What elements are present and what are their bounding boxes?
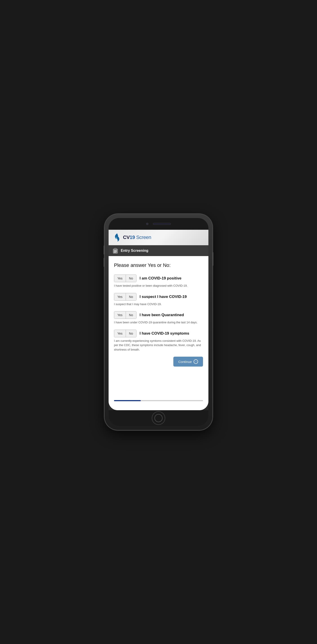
app-screen: CV19 Screen Entry Screening Please answe… bbox=[109, 230, 208, 410]
continue-label: Continue bbox=[178, 360, 192, 364]
question-block-2: Yes No I suspect I have COVID-19 I suspe… bbox=[114, 293, 203, 306]
phone-screen: CV19 Screen Entry Screening Please answe… bbox=[109, 218, 208, 426]
earpiece-speaker bbox=[153, 223, 171, 225]
volume-up-button bbox=[104, 246, 104, 254]
entry-screening-icon bbox=[112, 248, 118, 254]
progress-bar-container bbox=[114, 400, 203, 401]
question-row-4: Yes No I have COVID-19 symptoms bbox=[114, 330, 203, 337]
question-row-2: Yes No I suspect I have COVID-19 bbox=[114, 293, 203, 300]
question-description-2: I suspect that I may have COVID-19. bbox=[114, 302, 203, 306]
progress-area bbox=[114, 396, 203, 405]
volume-down-button bbox=[104, 258, 104, 267]
home-button[interactable] bbox=[152, 411, 165, 425]
question-description-4: I am currently experiencing symtoms cons… bbox=[114, 339, 203, 352]
yes-no-group-1[interactable]: Yes No bbox=[114, 274, 136, 282]
question-description-1: I have tested positive or been diagnosed… bbox=[114, 284, 203, 288]
question-block-1: Yes No I am COVID-19 positive I have tes… bbox=[114, 274, 203, 288]
question-block-4: Yes No I have COVID-19 symptoms I am cur… bbox=[114, 330, 203, 352]
home-button-inner bbox=[154, 414, 163, 422]
question-label-2: I suspect I have COVID-19 bbox=[140, 294, 187, 299]
page-heading: Please answer Yes or No: bbox=[114, 262, 203, 268]
nav-bar: Entry Screening bbox=[109, 245, 208, 256]
yes-no-group-2[interactable]: Yes No bbox=[114, 293, 136, 300]
power-button bbox=[212, 252, 213, 266]
no-button-4[interactable]: No bbox=[126, 330, 136, 337]
question-description-3: I have been under COVID-19 quarantine du… bbox=[114, 320, 203, 325]
nav-title-text: Entry Screening bbox=[121, 249, 148, 253]
question-row-3: Yes No I have been Quarantined bbox=[114, 311, 203, 319]
continue-button-row: Continue → bbox=[114, 357, 203, 366]
yes-button-3[interactable]: Yes bbox=[114, 312, 126, 318]
logo-bar: CV19 Screen bbox=[109, 230, 208, 245]
question-label-4: I have COVID-19 symptoms bbox=[140, 331, 189, 336]
phone-top-bar bbox=[109, 218, 208, 230]
front-camera bbox=[146, 223, 148, 225]
continue-button[interactable]: Continue → bbox=[173, 357, 203, 366]
questions-container: Yes No I am COVID-19 positive I have tes… bbox=[114, 274, 203, 357]
question-row-1: Yes No I am COVID-19 positive bbox=[114, 274, 203, 282]
question-label-1: I am COVID-19 positive bbox=[140, 276, 181, 280]
no-button-1[interactable]: No bbox=[126, 275, 136, 282]
yes-no-group-4[interactable]: Yes No bbox=[114, 330, 136, 337]
question-label-3: I have been Quarantined bbox=[140, 313, 184, 317]
yes-button-1[interactable]: Yes bbox=[114, 275, 126, 282]
yes-button-4[interactable]: Yes bbox=[114, 330, 126, 337]
svg-rect-1 bbox=[114, 248, 116, 250]
main-content: Please answer Yes or No: Yes No I am COV… bbox=[109, 256, 208, 410]
continue-arrow-icon: → bbox=[194, 359, 198, 364]
phone-device: CV19 Screen Entry Screening Please answe… bbox=[104, 214, 212, 430]
yes-no-group-3[interactable]: Yes No bbox=[114, 311, 136, 319]
no-button-3[interactable]: No bbox=[126, 312, 136, 318]
no-button-2[interactable]: No bbox=[126, 293, 136, 300]
yes-button-2[interactable]: Yes bbox=[114, 293, 126, 300]
phone-bottom-bar bbox=[109, 410, 208, 426]
question-block-3: Yes No I have been Quarantined I have be… bbox=[114, 311, 203, 325]
app-logo-text: CV19 Screen bbox=[123, 234, 151, 240]
progress-bar-fill bbox=[114, 400, 141, 401]
cv19screen-logo-icon bbox=[113, 233, 121, 242]
